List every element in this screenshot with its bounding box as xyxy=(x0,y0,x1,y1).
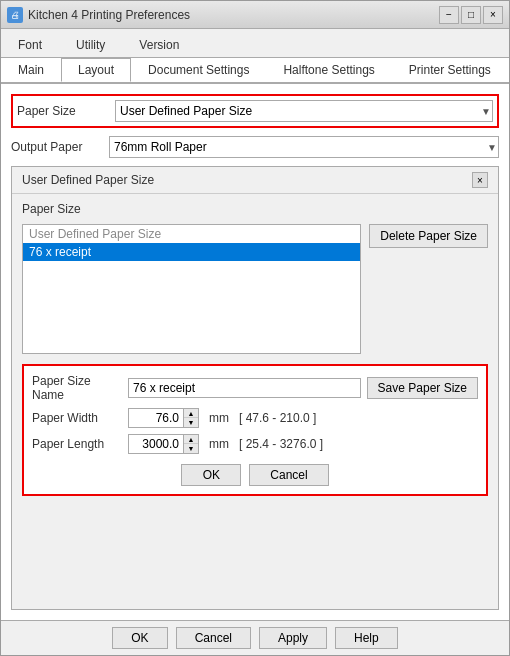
paper-name-row: Paper Size Name Save Paper Size xyxy=(32,374,478,402)
output-paper-label: Output Paper xyxy=(11,140,101,154)
tab-font[interactable]: Font xyxy=(1,33,59,57)
bottom-section: Paper Size Name Save Paper Size Paper Wi… xyxy=(22,364,488,496)
title-controls: − □ × xyxy=(439,6,503,24)
output-paper-select[interactable]: 76mm Roll Paper 80mm Roll Paper xyxy=(109,136,499,158)
tab-layout[interactable]: Layout xyxy=(61,58,131,82)
main-window: 🖨 Kitchen 4 Printing Preferences − □ × F… xyxy=(0,0,510,656)
paper-length-label: Paper Length xyxy=(32,437,122,451)
close-button[interactable]: × xyxy=(483,6,503,24)
sub-ok-button[interactable]: OK xyxy=(181,464,241,486)
list-item-76-receipt[interactable]: 76 x receipt xyxy=(23,243,360,261)
paper-listbox[interactable]: User Defined Paper Size 76 x receipt xyxy=(22,224,361,354)
paper-list-area: User Defined Paper Size 76 x receipt Del… xyxy=(22,224,488,354)
paper-length-down-button[interactable]: ▼ xyxy=(184,444,198,453)
main-content: Paper Size User Defined Paper Size A4 Le… xyxy=(1,84,509,620)
sub-dialog-content: Paper Size User Defined Paper Size 76 x … xyxy=(12,194,498,609)
paper-length-range: [ 25.4 - 3276.0 ] xyxy=(239,437,323,451)
paper-width-spinner-btns: ▲ ▼ xyxy=(183,408,199,428)
dialog-button-row: OK Cancel xyxy=(32,460,478,486)
tab-version[interactable]: Version xyxy=(122,33,196,57)
paper-length-up-button[interactable]: ▲ xyxy=(184,435,198,444)
paper-width-spinner: ▲ ▼ xyxy=(128,408,199,428)
sub-dialog-title-bar: User Defined Paper Size × xyxy=(12,167,498,194)
paper-width-row: Paper Width ▲ ▼ mm [ 47.6 - 210.0 ] xyxy=(32,408,478,428)
paper-length-input[interactable] xyxy=(128,434,183,454)
list-item-header[interactable]: User Defined Paper Size xyxy=(23,225,360,243)
top-tab-row: Font Utility Version xyxy=(1,29,509,58)
paper-name-input[interactable] xyxy=(128,378,361,398)
cancel-button[interactable]: Cancel xyxy=(176,627,251,649)
paper-width-unit: mm xyxy=(209,411,229,425)
paper-length-spinner-btns: ▲ ▼ xyxy=(183,434,199,454)
tab-utility[interactable]: Utility xyxy=(59,33,122,57)
tab-halftone-settings[interactable]: Halftone Settings xyxy=(266,58,391,82)
paper-size-section-label: Paper Size xyxy=(22,202,488,216)
paper-width-label: Paper Width xyxy=(32,411,122,425)
paper-size-row: Paper Size User Defined Paper Size A4 Le… xyxy=(11,94,499,128)
maximize-button[interactable]: □ xyxy=(461,6,481,24)
apply-button[interactable]: Apply xyxy=(259,627,327,649)
window-footer: OK Cancel Apply Help xyxy=(1,620,509,655)
paper-length-row: Paper Length ▲ ▼ mm [ 25.4 - 3276.0 ] xyxy=(32,434,478,454)
paper-size-label: Paper Size xyxy=(17,104,107,118)
app-icon: 🖨 xyxy=(7,7,23,23)
tab-printer-settings[interactable]: Printer Settings xyxy=(392,58,508,82)
help-button[interactable]: Help xyxy=(335,627,398,649)
title-bar: 🖨 Kitchen 4 Printing Preferences − □ × xyxy=(1,1,509,29)
save-paper-size-button[interactable]: Save Paper Size xyxy=(367,377,478,399)
paper-length-unit: mm xyxy=(209,437,229,451)
paper-width-down-button[interactable]: ▼ xyxy=(184,418,198,427)
ok-button[interactable]: OK xyxy=(112,627,167,649)
sub-dialog-close-button[interactable]: × xyxy=(472,172,488,188)
delete-paper-size-button[interactable]: Delete Paper Size xyxy=(369,224,488,248)
paper-width-input[interactable] xyxy=(128,408,183,428)
output-paper-select-wrapper: 76mm Roll Paper 80mm Roll Paper ▼ xyxy=(109,136,499,158)
sub-cancel-button[interactable]: Cancel xyxy=(249,464,328,486)
paper-width-range: [ 47.6 - 210.0 ] xyxy=(239,411,316,425)
paper-size-select-wrapper: User Defined Paper Size A4 Letter ▼ xyxy=(115,100,493,122)
paper-width-up-button[interactable]: ▲ xyxy=(184,409,198,418)
tab-main[interactable]: Main xyxy=(1,58,61,82)
paper-size-select[interactable]: User Defined Paper Size A4 Letter xyxy=(115,100,493,122)
output-paper-row: Output Paper 76mm Roll Paper 80mm Roll P… xyxy=(11,136,499,158)
title-bar-left: 🖨 Kitchen 4 Printing Preferences xyxy=(7,7,190,23)
window-title: Kitchen 4 Printing Preferences xyxy=(28,8,190,22)
tab-document-settings[interactable]: Document Settings xyxy=(131,58,266,82)
bottom-tab-row: Main Layout Document Settings Halftone S… xyxy=(1,58,509,84)
sub-dialog: User Defined Paper Size × Paper Size Use… xyxy=(11,166,499,610)
sub-dialog-title: User Defined Paper Size xyxy=(22,173,154,187)
paper-name-label: Paper Size Name xyxy=(32,374,122,402)
minimize-button[interactable]: − xyxy=(439,6,459,24)
paper-length-spinner: ▲ ▼ xyxy=(128,434,199,454)
